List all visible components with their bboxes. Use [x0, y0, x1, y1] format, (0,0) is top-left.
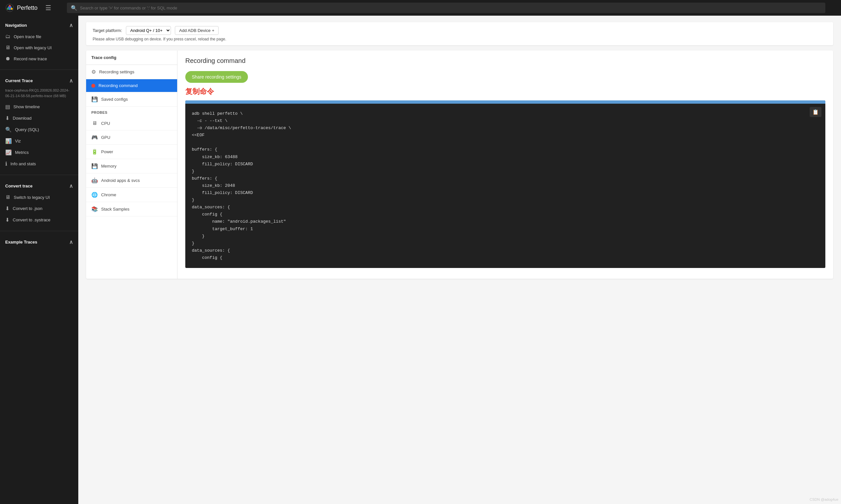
gpu-icon: 🎮 [91, 134, 98, 141]
content-inner: Target platform: Android Q+ / 10+ Androi… [78, 16, 841, 285]
trace-config-title: Trace config [86, 51, 177, 65]
watermark: CSDN @adog4ue [810, 498, 838, 501]
config-item-recording-settings[interactable]: ⚙ Recording settings [86, 65, 177, 79]
config-item-recording-command[interactable]: Recording command [86, 79, 177, 92]
navigation-section: Navigation ∧ 🗂 Open trace file 🖥 Open wi… [0, 16, 78, 68]
navigation-chevron-icon: ∧ [69, 22, 73, 29]
probe-stack-samples[interactable]: 📚 Stack Samples [86, 202, 177, 216]
sidebar-item-convert-systrace[interactable]: ⬇ Convert to .systrace [0, 214, 78, 226]
example-traces-section: Example Traces ∧ [0, 232, 78, 252]
probe-chrome[interactable]: 🌐 Chrome [86, 188, 177, 202]
recording-dot-icon [91, 84, 95, 88]
code-block-header-bar [185, 101, 825, 104]
probe-memory[interactable]: 💾 Memory [86, 159, 177, 174]
divider-3 [0, 231, 78, 231]
json-icon: ⬇ [5, 205, 10, 212]
platform-bar: Target platform: Android Q+ / 10+ Androi… [86, 22, 833, 45]
cpu-icon: 🖥 [91, 120, 98, 126]
sliders-icon: ⚙ [91, 69, 96, 75]
platform-label: Target platform: [93, 28, 122, 33]
main-layout: Navigation ∧ 🗂 Open trace file 🖥 Open wi… [0, 16, 841, 504]
current-trace-section: Current Trace ∧ trace-cepheus-RKQ1.20082… [0, 71, 78, 174]
svg-point-3 [7, 8, 9, 10]
convert-trace-chevron-icon: ∧ [69, 183, 73, 189]
navigation-header[interactable]: Navigation ∧ [0, 20, 78, 31]
sidebar-item-record-trace[interactable]: ⏺ Record new trace [0, 53, 78, 64]
stack-icon: 📚 [91, 206, 98, 212]
convert-trace-section: Convert trace ∧ 🖥 Switch to legacy UI ⬇ … [0, 176, 78, 230]
memory-icon: 💾 [91, 163, 98, 169]
sidebar-item-query-sql[interactable]: 🔍 Query (SQL) [0, 124, 78, 135]
app-logo: Perfetto [5, 3, 37, 12]
sidebar-item-download[interactable]: ⬇ Download [0, 112, 78, 124]
switch-icon: 🖥 [5, 194, 11, 200]
probe-cpu[interactable]: 🖥 CPU [86, 116, 177, 130]
sidebar-item-switch-legacy[interactable]: 🖥 Switch to legacy UI [0, 192, 78, 203]
info-icon: ℹ [5, 161, 7, 167]
copy-label: 复制命令 [185, 87, 825, 96]
sidebar-item-show-timeline[interactable]: ▤ Show timeline [0, 101, 78, 112]
share-recording-settings-button[interactable]: Share recording settings [185, 71, 248, 83]
platform-row: Target platform: Android Q+ / 10+ Androi… [93, 26, 827, 35]
sidebar: Navigation ∧ 🗂 Open trace file 🖥 Open wi… [0, 16, 78, 504]
viz-icon: 📊 [5, 138, 12, 144]
record-icon: ⏺ [5, 56, 11, 61]
search-input[interactable] [80, 5, 821, 11]
add-device-plus-icon: + [212, 28, 214, 33]
monitor-icon: 🖥 [5, 45, 11, 51]
timeline-icon: ▤ [5, 104, 10, 110]
recording-command-code: adb shell perfetto \ -c - --txt \ -o /da… [185, 104, 825, 268]
menu-icon[interactable]: ☰ [45, 4, 51, 12]
add-adb-device-button[interactable]: Add ADB Device + [175, 26, 218, 35]
topbar: Perfetto ☰ 🔍 [0, 0, 841, 16]
probe-android-apps[interactable]: 🤖 Android apps & svcs [86, 174, 177, 188]
probe-power[interactable]: 🔋 Power [86, 145, 177, 159]
current-trace-chevron-icon: ∧ [69, 77, 73, 84]
svg-point-1 [9, 5, 11, 7]
sidebar-item-metrics[interactable]: 📈 Metrics [0, 147, 78, 158]
copy-code-button[interactable]: 📋 [810, 107, 821, 117]
trace-filename: trace-cepheus-RKQ1.200826.002-2024-06-21… [0, 86, 78, 101]
config-item-saved-configs[interactable]: 💾 Saved configs [86, 92, 177, 107]
add-device-label: Add ADB Device [179, 28, 210, 33]
query-icon: 🔍 [5, 126, 12, 133]
chrome-icon: 🌐 [91, 192, 98, 198]
metrics-icon: 📈 [5, 149, 12, 156]
app-title: Perfetto [17, 4, 37, 12]
sidebar-item-convert-json[interactable]: ⬇ Convert to .json [0, 203, 78, 214]
probes-section-title: Probes [86, 107, 177, 116]
android-icon: 🤖 [91, 177, 98, 183]
trace-config-layout: Trace config ⚙ Recording settings Record… [86, 51, 833, 279]
systrace-icon: ⬇ [5, 217, 10, 223]
platform-select[interactable]: Android Q+ / 10+ Android P Android O- Ch… [126, 26, 171, 35]
probe-gpu[interactable]: 🎮 GPU [86, 130, 177, 145]
search-bar[interactable]: 🔍 [67, 3, 825, 13]
example-traces-header[interactable]: Example Traces ∧ [0, 236, 78, 248]
convert-trace-header[interactable]: Convert trace ∧ [0, 180, 78, 192]
save-icon: 💾 [91, 96, 98, 102]
search-icon: 🔍 [71, 5, 77, 11]
code-block-wrapper: 📋 adb shell perfetto \ -c - --txt \ -o /… [185, 101, 825, 268]
sidebar-item-info-stats[interactable]: ℹ Info and stats [0, 158, 78, 169]
perfetto-logo-icon [5, 3, 14, 12]
recording-command-title: Recording command [185, 57, 825, 65]
sidebar-item-viz[interactable]: 📊 Viz [0, 135, 78, 147]
example-traces-chevron-icon: ∧ [69, 239, 73, 245]
current-trace-header[interactable]: Current Trace ∧ [0, 75, 78, 86]
sidebar-item-open-trace[interactable]: 🗂 Open trace file [0, 31, 78, 42]
divider-1 [0, 69, 78, 70]
content-area: Target platform: Android Q+ / 10+ Androi… [78, 16, 841, 504]
power-icon: 🔋 [91, 149, 98, 155]
left-panel: Trace config ⚙ Recording settings Record… [86, 51, 177, 279]
right-panel: Recording command Share recording settin… [177, 51, 833, 279]
folder-icon: 🗂 [5, 34, 11, 39]
download-icon: ⬇ [5, 115, 10, 121]
usb-notice: Please allow USB debugging on device. If… [93, 37, 827, 41]
sidebar-item-legacy-ui[interactable]: 🖥 Open with legacy UI [0, 42, 78, 53]
svg-point-2 [11, 8, 13, 10]
